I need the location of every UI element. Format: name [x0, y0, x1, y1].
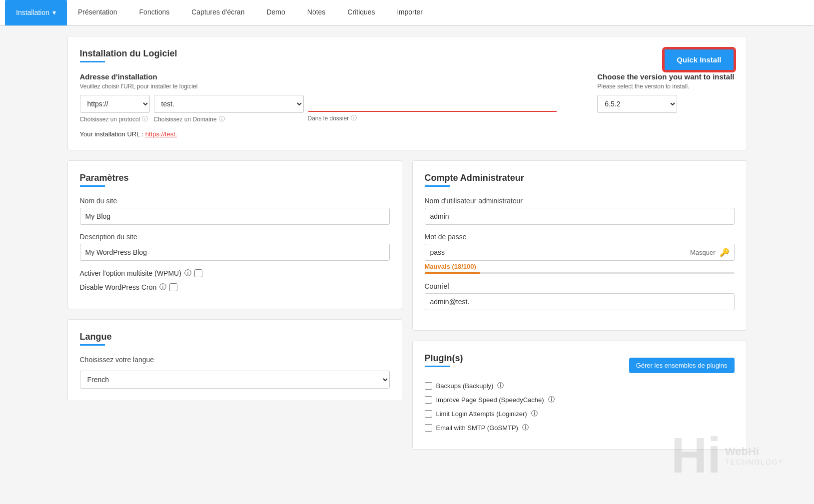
main-content: Installation du Logiciel Quick Install A…: [57, 26, 757, 470]
plugin-gosmtp-label: Email with SMTP (GoSMTP): [436, 424, 518, 432]
key-icon[interactable]: 🔑: [720, 248, 730, 257]
admin-underline: [425, 185, 450, 187]
password-group: Mot de passe Masquer 🔑 Mauvais (18/100): [425, 233, 735, 274]
plugin-backups-checkbox[interactable]: [425, 382, 432, 390]
strength-bar-fill: [425, 272, 481, 274]
tab-demo[interactable]: Demo: [255, 0, 296, 25]
address-subtitle: Veuillez choisir l'URL pour installer le…: [80, 83, 558, 90]
plugin-gosmtp: Email with SMTP (GoSMTP) ⓘ: [425, 423, 735, 432]
two-col-section: Paramètres Nom du site Description du si…: [67, 160, 747, 460]
folder-input[interactable]: [308, 95, 558, 112]
tab-fonctions[interactable]: Fonctions: [128, 0, 181, 25]
plugins-header: Plugin(s) Gérer les ensembles de plugins: [425, 353, 735, 377]
quick-install-button[interactable]: Quick Install: [664, 48, 734, 71]
strength-label: Mauvais (18/100): [425, 263, 735, 270]
plugins-underline: [425, 366, 450, 367]
parametres-title: Paramètres: [80, 173, 390, 183]
address-title: Adresse d'installation: [80, 72, 558, 81]
email-input[interactable]: [425, 293, 735, 310]
plugin-loginizer-info-icon[interactable]: ⓘ: [531, 409, 538, 418]
plugin-backups-info-icon[interactable]: ⓘ: [497, 381, 504, 390]
langue-title: Langue: [80, 332, 390, 342]
plugin-speedy-label: Improve Page Speed (SpeedyCache): [436, 396, 544, 404]
plugin-gosmtp-info-icon[interactable]: ⓘ: [522, 423, 529, 432]
install-section-title: Installation du Logiciel: [80, 48, 177, 59]
masquer-button[interactable]: Masquer: [690, 249, 716, 256]
password-actions: Masquer 🔑: [690, 248, 730, 257]
username-input[interactable]: [425, 208, 735, 225]
strength-bar: [425, 272, 735, 274]
tab-installation[interactable]: Installation ▾: [5, 0, 67, 25]
folder-label: Dans le dossier ⓘ: [308, 114, 558, 122]
protocol-select[interactable]: https:// http://: [80, 95, 150, 113]
site-desc-label: Description du site: [80, 233, 390, 241]
site-desc-group: Description du site: [80, 233, 390, 261]
left-column: Paramètres Nom du site Description du si…: [67, 160, 402, 460]
plugins-title: Plugin(s): [425, 353, 463, 364]
site-name-group: Nom du site: [80, 197, 390, 225]
plugin-speedy: Improve Page Speed (SpeedyCache) ⓘ: [425, 395, 735, 404]
install-card: Installation du Logiciel Quick Install A…: [67, 36, 747, 150]
tab-notes[interactable]: Notes: [296, 0, 337, 25]
site-desc-input[interactable]: [80, 244, 390, 261]
password-wrapper: Masquer 🔑: [425, 244, 735, 261]
cron-row: Disable WordPress Cron ⓘ: [80, 283, 390, 292]
cron-info-icon[interactable]: ⓘ: [159, 283, 166, 292]
multisite-row: Activer l'option multisite (WPMU) ⓘ: [80, 269, 390, 278]
password-label: Mot de passe: [425, 233, 735, 241]
tab-importer[interactable]: importer: [386, 0, 434, 25]
langue-card: Langue Choisissez votre langue French En…: [67, 319, 402, 401]
domain-info-icon[interactable]: ⓘ: [219, 115, 225, 123]
tab-captures[interactable]: Captures d'écran: [180, 0, 255, 25]
email-group: Courriel: [425, 282, 735, 310]
version-title: Choose the version you want to install: [597, 72, 734, 81]
plugin-speedy-info-icon[interactable]: ⓘ: [548, 395, 555, 404]
admin-card: Compte Administrateur Nom d'utilisateur …: [412, 160, 747, 331]
plugin-backups-label: Backups (Backuply): [436, 382, 494, 390]
manage-plugins-button[interactable]: Gérer les ensembles de plugins: [629, 358, 735, 373]
domain-select[interactable]: test. example.com: [154, 95, 304, 113]
plugin-gosmtp-checkbox[interactable]: [425, 424, 432, 432]
installation-url-row: Your installation URL : https://test.: [80, 130, 558, 138]
tab-critiques[interactable]: Critiques: [336, 0, 386, 25]
site-name-input[interactable]: [80, 208, 390, 225]
langue-underline: [80, 344, 105, 346]
site-name-label: Nom du site: [80, 197, 390, 205]
langue-choose-label: Choisissez votre langue: [80, 356, 390, 364]
admin-title: Compte Administrateur: [425, 173, 735, 183]
password-input[interactable]: [425, 244, 735, 261]
plugin-loginizer-label: Limit Login Attempts (Loginizer): [436, 410, 527, 418]
protocol-label: Choisissez un protocol ⓘ: [80, 115, 150, 123]
plugin-speedy-checkbox[interactable]: [425, 396, 432, 404]
version-select[interactable]: 6.5.2 6.5.1 6.5.0 6.4.4: [597, 95, 677, 113]
right-column: Compte Administrateur Nom d'utilisateur …: [412, 160, 747, 460]
parametres-card: Paramètres Nom du site Description du si…: [67, 160, 402, 309]
tab-presentation[interactable]: Présentation: [67, 0, 128, 25]
install-title-underline: [80, 61, 105, 62]
domain-label: Choisissez un Domaine ⓘ: [154, 115, 304, 123]
dropdown-arrow-icon[interactable]: ▾: [52, 8, 56, 16]
plugins-card: Plugin(s) Gérer les ensembles de plugins…: [412, 341, 747, 450]
langue-select[interactable]: French English Spanish German: [80, 371, 390, 389]
nav-bar: Installation ▾ Présentation Fonctions Ca…: [0, 0, 814, 26]
version-section: Choose the version you want to install P…: [597, 72, 734, 113]
plugin-backups: Backups (Backuply) ⓘ: [425, 381, 735, 390]
multisite-checkbox[interactable]: [194, 269, 202, 277]
cron-checkbox[interactable]: [169, 283, 177, 291]
installation-url-value: https://test.: [145, 130, 177, 138]
plugin-loginizer: Limit Login Attempts (Loginizer) ⓘ: [425, 409, 735, 418]
multisite-info-icon[interactable]: ⓘ: [184, 269, 191, 278]
folder-info-icon[interactable]: ⓘ: [351, 114, 357, 122]
parametres-underline: [80, 185, 105, 187]
version-subtitle: Please select the version to install.: [597, 83, 734, 90]
protocol-info-icon[interactable]: ⓘ: [142, 115, 148, 123]
username-label: Nom d'utilisateur administrateur: [425, 197, 735, 205]
email-label: Courriel: [425, 282, 735, 290]
plugin-loginizer-checkbox[interactable]: [425, 410, 432, 418]
username-group: Nom d'utilisateur administrateur: [425, 197, 735, 225]
